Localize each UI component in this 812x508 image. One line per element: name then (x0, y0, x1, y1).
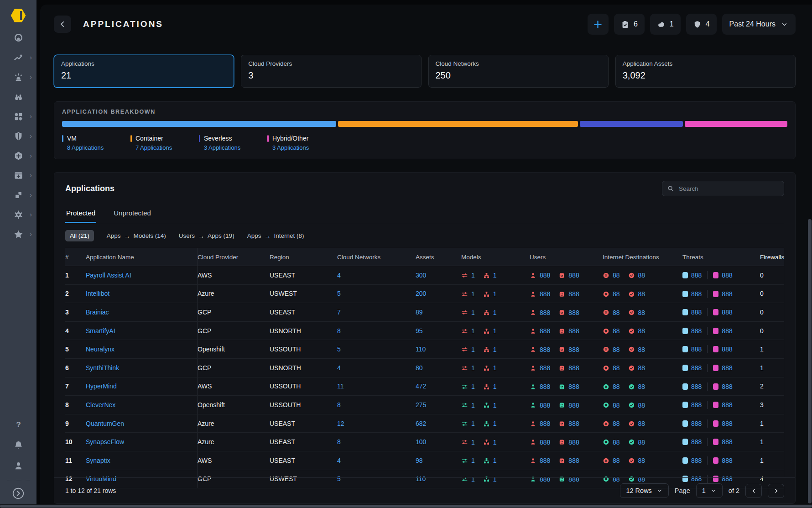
count-value[interactable]: 888 (722, 364, 732, 372)
count-value[interactable]: 88 (638, 290, 645, 298)
count-value[interactable]: 888 (691, 420, 702, 427)
tab-protected[interactable]: Protected (65, 206, 96, 223)
page-select[interactable]: 1 (696, 483, 723, 498)
count-value[interactable]: 888 (568, 272, 579, 279)
count-value[interactable]: 88 (638, 364, 645, 372)
sidebar-item-notifications[interactable] (13, 435, 24, 456)
stat-card-cloud-providers[interactable]: Cloud Providers3 (241, 55, 421, 88)
cloud-networks-link[interactable]: 8 (337, 438, 341, 445)
application-name-link[interactable]: SynthiThink (86, 364, 119, 372)
assets-link[interactable]: 80 (416, 364, 423, 372)
cloud-counter-chip[interactable]: 1 (650, 14, 681, 35)
count-value[interactable]: 1 (471, 420, 475, 427)
count-value[interactable]: 88 (613, 383, 620, 390)
count-value[interactable]: 88 (613, 272, 620, 279)
count-value[interactable]: 1 (493, 327, 497, 335)
count-value[interactable]: 888 (568, 420, 579, 427)
cloud-networks-link[interactable]: 8 (337, 401, 341, 408)
assets-link[interactable]: 95 (416, 327, 423, 335)
count-value[interactable]: 88 (613, 420, 620, 427)
count-value[interactable]: 888 (540, 439, 550, 446)
count-value[interactable]: 88 (613, 290, 620, 298)
count-value[interactable]: 1 (471, 346, 475, 353)
sidebar-item-inventory[interactable]: › (0, 185, 36, 205)
sidebar-item-favorites[interactable]: › (0, 225, 36, 244)
count-value[interactable]: 1 (493, 346, 497, 353)
count-value[interactable]: 888 (691, 364, 702, 372)
prev-page-button[interactable] (745, 484, 762, 498)
count-value[interactable]: 1 (493, 402, 497, 409)
count-value[interactable]: 88 (613, 327, 620, 335)
count-value[interactable]: 888 (540, 383, 550, 390)
count-value[interactable]: 1 (493, 383, 497, 390)
count-value[interactable]: 88 (638, 439, 645, 446)
legend-count-link[interactable]: 3 Applications (204, 144, 267, 151)
count-value[interactable]: 888 (540, 327, 550, 335)
count-value[interactable]: 888 (568, 327, 579, 335)
legend-count-link[interactable]: 7 Applications (135, 144, 199, 151)
count-value[interactable]: 1 (471, 439, 475, 446)
count-value[interactable]: 888 (691, 438, 702, 445)
count-value[interactable]: 888 (722, 383, 732, 390)
count-value[interactable]: 88 (638, 346, 645, 353)
sidebar-item-expand[interactable] (11, 483, 25, 503)
count-value[interactable]: 888 (568, 364, 579, 372)
count-value[interactable]: 88 (638, 309, 645, 316)
count-value[interactable]: 888 (722, 401, 732, 408)
count-value[interactable]: 888 (722, 309, 732, 316)
assets-link[interactable]: 275 (416, 401, 426, 408)
vertical-scrollbar-thumb[interactable] (808, 219, 812, 503)
filter-apps-internet-8-[interactable]: Apps→Internet (8) (247, 232, 304, 240)
vertical-scrollbar[interactable] (807, 0, 812, 504)
count-value[interactable]: 88 (638, 402, 645, 409)
cloud-networks-link[interactable]: 7 (337, 309, 341, 316)
add-button[interactable] (588, 14, 609, 35)
count-value[interactable]: 888 (691, 457, 702, 464)
assets-link[interactable]: 110 (416, 346, 426, 353)
count-value[interactable]: 88 (638, 420, 645, 427)
count-value[interactable]: 88 (613, 309, 620, 316)
application-name-link[interactable]: Payroll Assist AI (86, 272, 131, 279)
stat-card-applications[interactable]: Applications21 (54, 55, 234, 88)
application-name-link[interactable]: CleverNex (86, 401, 115, 408)
count-value[interactable]: 88 (638, 457, 645, 464)
assets-link[interactable]: 100 (416, 438, 426, 445)
count-value[interactable]: 1 (471, 309, 475, 316)
count-value[interactable]: 888 (691, 346, 702, 353)
count-value[interactable]: 888 (691, 290, 702, 298)
count-value[interactable]: 888 (691, 309, 702, 316)
count-value[interactable]: 1 (493, 439, 497, 446)
cloud-networks-link[interactable]: 5 (337, 290, 341, 297)
next-page-button[interactable] (768, 484, 784, 498)
search-input[interactable] (678, 185, 779, 193)
application-name-link[interactable]: QuantumGen (86, 420, 124, 427)
assets-link[interactable]: 98 (416, 457, 423, 464)
application-name-link[interactable]: SynapseFlow (86, 438, 124, 445)
count-value[interactable]: 888 (540, 346, 550, 353)
count-value[interactable]: 888 (568, 383, 579, 390)
sidebar-item-overview[interactable] (0, 28, 36, 48)
count-value[interactable]: 888 (568, 402, 579, 409)
filter-users-apps-19-[interactable]: Users→Apps (19) (179, 232, 234, 240)
count-value[interactable]: 888 (540, 402, 550, 409)
application-name-link[interactable]: Brainiac (86, 309, 109, 316)
filter-apps-models-14-[interactable]: Apps→Models (14) (107, 232, 166, 240)
count-value[interactable]: 888 (568, 346, 579, 353)
sidebar-item-assets[interactable]: › (0, 107, 36, 126)
count-value[interactable]: 888 (540, 364, 550, 372)
sidebar-item-help[interactable] (13, 414, 24, 435)
count-value[interactable]: 888 (722, 438, 732, 445)
count-value[interactable]: 888 (540, 309, 550, 316)
count-value[interactable]: 888 (568, 457, 579, 464)
count-value[interactable]: 888 (568, 439, 579, 446)
count-value[interactable]: 1 (493, 272, 497, 279)
assets-link[interactable]: 682 (416, 420, 426, 427)
count-value[interactable]: 1 (471, 290, 475, 298)
search-box[interactable] (662, 181, 784, 196)
application-name-link[interactable]: HyperMind (86, 382, 117, 390)
sidebar-item-discovery[interactable] (0, 87, 36, 107)
application-name-link[interactable]: Neuralynx (86, 346, 115, 353)
legend-count-link[interactable]: 3 Applications (272, 144, 336, 151)
assets-link[interactable]: 300 (416, 272, 426, 279)
sidebar-item-security[interactable]: › (0, 126, 36, 146)
